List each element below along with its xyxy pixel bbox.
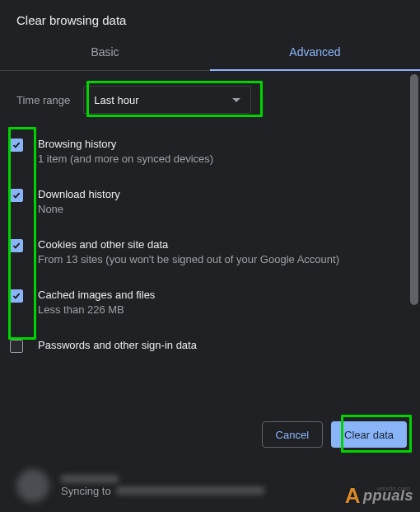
avatar	[16, 469, 49, 502]
check-icon	[12, 242, 21, 249]
option-cached[interactable]: Cached images and files Less than 226 MB	[10, 279, 404, 330]
checkbox-cached[interactable]	[10, 289, 23, 303]
option-download-history[interactable]: Download history None	[10, 179, 404, 229]
option-subtitle: None	[38, 202, 404, 216]
footnote: To clear browsing data from this device …	[0, 509, 420, 512]
checkbox-download-history[interactable]	[10, 189, 23, 202]
cancel-button[interactable]: Cancel	[262, 421, 323, 448]
check-icon	[12, 142, 21, 148]
tab-bar: Basic Advanced	[0, 35, 420, 71]
option-title: Download history	[38, 187, 404, 202]
checkbox-cookies[interactable]	[10, 239, 23, 252]
account-name-redacted	[61, 475, 119, 483]
syncing-label: Syncing to	[61, 485, 111, 497]
option-title: Browsing history	[38, 137, 404, 152]
sync-email-redacted	[116, 486, 264, 495]
time-range-label: Time range	[16, 94, 70, 106]
check-icon	[12, 192, 21, 199]
sync-status: Syncing to	[61, 485, 264, 497]
option-subtitle: 1 item (and more on synced devices)	[38, 152, 404, 166]
dialog-title: Clear browsing data	[0, 0, 420, 35]
tab-advanced[interactable]: Advanced	[210, 35, 420, 70]
option-subtitle: From 13 sites (you won't be signed out o…	[38, 252, 404, 266]
time-range-select[interactable]: Last hour	[83, 86, 251, 114]
watermark-small: wsxdn.com	[377, 485, 410, 492]
time-range-value: Last hour	[94, 94, 138, 106]
checkbox-browsing-history[interactable]	[10, 139, 23, 152]
option-title: Cached images and files	[38, 288, 404, 303]
chevron-down-icon	[232, 98, 240, 102]
option-browsing-history[interactable]: Browsing history 1 item (and more on syn…	[10, 129, 404, 179]
check-icon	[12, 293, 21, 299]
clear-data-button[interactable]: Clear data	[331, 421, 407, 448]
option-subtitle: Less than 226 MB	[38, 303, 404, 317]
checkbox-passwords[interactable]	[10, 340, 23, 353]
option-passwords[interactable]: Passwords and other sign-in data	[10, 330, 404, 353]
tab-basic[interactable]: Basic	[0, 35, 210, 70]
option-cookies[interactable]: Cookies and other site data From 13 site…	[10, 229, 404, 279]
dialog-actions: Cancel Clear data	[0, 413, 420, 459]
option-title: Cookies and other site data	[38, 237, 404, 252]
option-title: Passwords and other sign-in data	[38, 338, 404, 353]
scrollbar[interactable]	[410, 74, 418, 305]
